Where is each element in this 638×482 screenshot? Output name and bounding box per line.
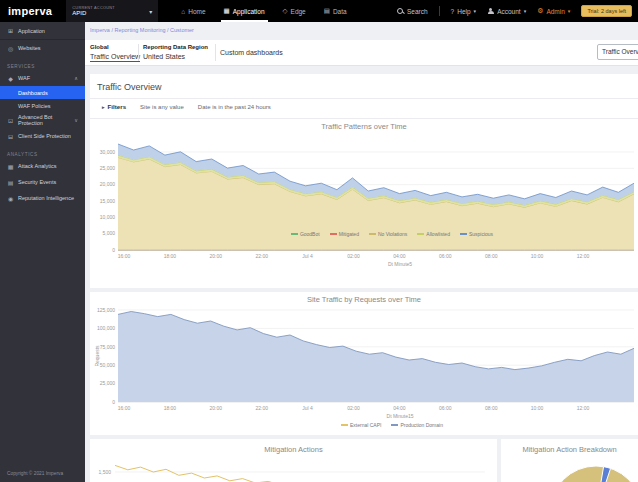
svg-text:06:00: 06:00 — [439, 253, 452, 259]
svg-text:02:00: 02:00 — [347, 253, 360, 259]
search-icon — [397, 8, 404, 15]
caret-right-icon: ▸ — [102, 104, 105, 110]
caret-down-icon: ▾ — [474, 8, 477, 14]
svg-text:12:00: 12:00 — [577, 405, 590, 411]
svg-text:Jul 4: Jul 4 — [302, 253, 313, 259]
svg-text:04:00: 04:00 — [393, 253, 406, 259]
sidebar-item-reputation-intelligence[interactable]: ◉Reputation Intelligence — [0, 190, 85, 206]
svg-text:Dt Minute5: Dt Minute5 — [388, 261, 412, 267]
mitigation-actions-chart[interactable]: 1,500 — [90, 439, 497, 482]
svg-text:0: 0 — [112, 247, 115, 253]
sidebar-item-attack-analytics[interactable]: ▦Attack Analytics — [0, 158, 85, 174]
dashboard-selector-input[interactable]: Traffic Overview — [597, 44, 638, 60]
mitigation-breakdown-panel: Mitigation Action Breakdown — [501, 439, 638, 482]
svg-text:06:00: 06:00 — [439, 405, 452, 411]
traffic-overview-panel: Traffic Overview ▸ Filters Site is any v… — [90, 74, 638, 288]
svg-text:20:00: 20:00 — [210, 253, 223, 259]
svg-text:12:00: 12:00 — [577, 253, 590, 259]
account-menu[interactable]: Account ▾ — [487, 8, 526, 15]
waf-shield-icon: ◆ — [7, 75, 14, 82]
admin-menu[interactable]: ⚙ Admin ▾ — [537, 7, 570, 15]
site-traffic-chart[interactable]: 025,00050,00075,000100,000125,00016:0018… — [90, 292, 638, 435]
current-account-value: APID — [72, 10, 149, 16]
tab-custom-dashboards[interactable]: Custom dashboards — [220, 49, 283, 56]
topbar-divider — [439, 6, 440, 16]
site-traffic-panel: Site Traffic by Requests over Time 025,0… — [90, 292, 638, 435]
sidebar-item-analytics: ANALYTICS — [0, 144, 85, 158]
svg-text:15,000: 15,000 — [100, 198, 116, 204]
topnav-home[interactable]: ⌂Home — [172, 0, 214, 22]
sidebar-item-waf[interactable]: ◆WAF∧ — [0, 70, 85, 86]
person-icon — [487, 8, 494, 15]
legend-item[interactable]: External CAPI — [341, 422, 381, 428]
topnav-application[interactable]: ▦Application — [215, 0, 274, 22]
dashboard-header: Global Traffic Overview Reporting Data R… — [85, 40, 638, 66]
svg-text:125,000: 125,000 — [97, 307, 115, 313]
mitigation-actions-panel: Mitigation Actions 1,500 — [90, 439, 497, 482]
sidebar-item-application[interactable]: ⊞Application — [0, 22, 85, 40]
svg-text:02:00: 02:00 — [347, 405, 360, 411]
attack-analytics-icon: ▦ — [7, 163, 14, 170]
application-icon: ▦ — [224, 7, 230, 15]
trial-badge[interactable]: Trial: 2 days left — [581, 5, 632, 17]
sidebar-item-waf-policies[interactable]: WAF Policies — [0, 99, 85, 112]
svg-text:Dt Minute15: Dt Minute15 — [387, 413, 414, 419]
caret-down-icon: ▾ — [149, 8, 152, 15]
legend-item[interactable]: Mitigated — [330, 231, 359, 237]
svg-text:04:00: 04:00 — [393, 405, 406, 411]
svg-text:18:00: 18:00 — [164, 253, 177, 259]
sidebar-item-websites[interactable]: ◎Websites — [0, 40, 85, 56]
mitigation-breakdown-pie[interactable] — [501, 439, 638, 482]
sidebar: ⊞Application◎WebsitesSERVICES◆WAF∧Dashbo… — [0, 22, 85, 482]
caret-down-icon: ▾ — [524, 8, 527, 14]
sidebar-item-client-side-protection[interactable]: ⊟Client Side Protection — [0, 128, 85, 144]
search-button[interactable]: Search — [397, 8, 428, 15]
caret-down-icon: ▾ — [568, 8, 571, 14]
sidebar-item-security-events[interactable]: ▤Security Events — [0, 174, 85, 190]
help-menu[interactable]: ? Help ▾ — [451, 8, 477, 15]
top-bar: imperva CURRENT ACCOUNT APID ▾ ⌂Home▦App… — [0, 0, 638, 22]
top-nav: ⌂Home▦Application◇Edge▤Data — [172, 0, 355, 22]
svg-text:20,000: 20,000 — [100, 181, 116, 187]
svg-text:08:00: 08:00 — [485, 253, 498, 259]
sidebar-item-dashboards[interactable]: Dashboards — [0, 86, 85, 99]
imperva-logo: imperva — [8, 5, 52, 17]
reputation-icon: ◉ — [7, 195, 14, 202]
filters-toggle[interactable]: ▸ Filters — [102, 103, 126, 110]
gear-icon: ⚙ — [537, 7, 543, 15]
client-side-icon: ⊟ — [7, 133, 14, 140]
filter-date[interactable]: Date is in the past 24 hours — [198, 104, 271, 110]
legend-item[interactable]: Production Domain — [391, 422, 443, 428]
filter-site[interactable]: Site is any value — [140, 104, 184, 110]
caret-expand-icon: ∨ — [74, 117, 78, 123]
breadcrumb[interactable]: Imperva / Reporting Monitoring / Custome… — [90, 27, 194, 33]
svg-text:22:00: 22:00 — [255, 405, 268, 411]
traffic-patterns-chart[interactable]: 05,00010,00015,00020,00025,00030,00016:0… — [90, 118, 638, 288]
data-icon: ▤ — [324, 7, 330, 15]
svg-text:16:00: 16:00 — [118, 253, 131, 259]
websites-icon: ◎ — [7, 45, 14, 52]
region-label: Reporting Data Region — [143, 44, 208, 50]
topnav-data[interactable]: ▤Data — [315, 0, 356, 22]
legend-item[interactable]: GoodBot — [291, 231, 320, 237]
sidebar-item-advanced-bot-protection[interactable]: ⊡Advanced Bot Protection∨ — [0, 112, 85, 128]
help-icon: ? — [451, 8, 455, 15]
svg-text:50,000: 50,000 — [100, 362, 116, 368]
tab-traffic-overview[interactable]: Traffic Overview — [90, 53, 140, 62]
account-switcher[interactable]: CURRENT ACCOUNT APID ▾ — [66, 0, 158, 22]
page-title: Traffic Overview — [97, 82, 162, 92]
svg-text:20:00: 20:00 — [210, 405, 223, 411]
svg-text:10:00: 10:00 — [531, 405, 544, 411]
chart1-legend: GoodBotMitigatedNo ViolationsAllowlisted… — [90, 231, 638, 237]
legend-item[interactable]: Allowlisted — [417, 231, 450, 237]
svg-text:30,000: 30,000 — [100, 149, 116, 155]
svg-text:1,500: 1,500 — [98, 469, 111, 475]
legend-item[interactable]: Suspicious — [460, 231, 493, 237]
legend-item[interactable]: No Violations — [369, 231, 407, 237]
svg-text:100,000: 100,000 — [97, 325, 115, 331]
bot-protection-icon: ⊡ — [7, 117, 14, 124]
svg-text:18:00: 18:00 — [164, 405, 177, 411]
edge-icon: ◇ — [283, 7, 288, 15]
topnav-edge[interactable]: ◇Edge — [274, 0, 315, 22]
sidebar-item-services: SERVICES — [0, 56, 85, 70]
